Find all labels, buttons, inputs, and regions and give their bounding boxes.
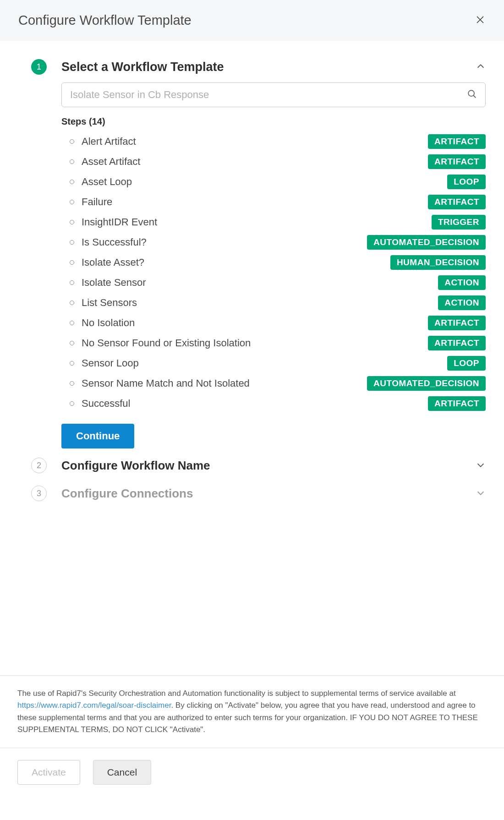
step-type-badge: LOOP	[447, 356, 486, 371]
step-item-name: Sensor Name Match and Not Isolated	[82, 377, 250, 389]
bullet-icon	[70, 280, 74, 285]
cancel-button[interactable]: Cancel	[93, 760, 151, 785]
chevron-up-icon	[476, 61, 486, 73]
step-item-left: InsightIDR Event	[70, 216, 157, 228]
dialog-title: Configure Workflow Template	[18, 13, 192, 28]
step-item-left: Alert Artifact	[70, 136, 136, 148]
step-item-name: Isolate Asset?	[82, 257, 144, 268]
step-item-name: No Sensor Found or Existing Isolation	[82, 337, 251, 349]
step-type-badge: LOOP	[447, 175, 486, 189]
step-type-badge: ARTIFACT	[428, 316, 486, 330]
step-item: Asset ArtifactARTIFACT	[61, 152, 486, 172]
bullet-icon	[70, 401, 74, 406]
step-item: List SensorsACTION	[61, 293, 486, 313]
step-item-name: Isolate Sensor	[82, 277, 146, 289]
step-item-name: Successful	[82, 398, 130, 410]
wizard-content: 1 Select a Workflow Template Steps (14) …	[0, 41, 504, 519]
bullet-icon	[70, 301, 74, 305]
continue-button[interactable]: Continue	[61, 424, 134, 448]
step-type-badge: TRIGGER	[432, 215, 486, 230]
step-item-name: List Sensors	[82, 297, 137, 309]
step-type-badge: AUTOMATED_DECISION	[367, 235, 486, 250]
step-type-badge: ARTIFACT	[428, 195, 486, 209]
disclaimer-text: The use of Rapid7's Security Orchestrati…	[17, 688, 487, 736]
step-item-name: Is Successful?	[82, 236, 147, 248]
step-item: Alert ArtifactARTIFACT	[61, 131, 486, 152]
step-type-badge: ARTIFACT	[428, 154, 486, 169]
disclaimer-section: The use of Rapid7's Security Orchestrati…	[0, 675, 504, 748]
step-type-badge: ARTIFACT	[428, 134, 486, 149]
step-item-left: Successful	[70, 398, 130, 410]
step-item: FailureARTIFACT	[61, 192, 486, 212]
step-item: SuccessfulARTIFACT	[61, 394, 486, 414]
svg-point-0	[468, 90, 474, 96]
step-item-name: Asset Artifact	[82, 156, 140, 168]
wizard-step-1: 1 Select a Workflow Template Steps (14) …	[27, 59, 486, 458]
steps-list: Alert ArtifactARTIFACTAsset ArtifactARTI…	[61, 131, 486, 414]
chevron-down-icon	[476, 460, 486, 472]
spacer	[0, 519, 504, 675]
step-indicator-col: 2	[27, 458, 50, 473]
step-title: Configure Connections	[61, 487, 193, 501]
svg-line-1	[473, 95, 476, 98]
step-type-badge: ARTIFACT	[428, 336, 486, 350]
step-item-name: Failure	[82, 196, 112, 208]
bullet-icon	[70, 159, 74, 164]
bullet-icon	[70, 321, 74, 325]
step-item: Sensor LoopLOOP	[61, 353, 486, 373]
bullet-icon	[70, 381, 74, 386]
step-item: No IsolationARTIFACT	[61, 313, 486, 333]
step-header[interactable]: Configure Connections	[61, 486, 486, 501]
step-type-badge: ARTIFACT	[428, 396, 486, 411]
step-number-2: 2	[31, 458, 47, 473]
step-item-left: List Sensors	[70, 297, 137, 309]
step-item-left: Sensor Loop	[70, 357, 139, 369]
step-item-left: Sensor Name Match and Not Isolated	[70, 377, 250, 389]
dialog-header: Configure Workflow Template	[0, 0, 504, 41]
step-item-left: Failure	[70, 196, 112, 208]
step-header[interactable]: Select a Workflow Template	[61, 59, 486, 74]
bullet-icon	[70, 139, 74, 144]
template-search-box[interactable]	[61, 82, 486, 107]
step-item-left: No Sensor Found or Existing Isolation	[70, 337, 251, 349]
step-title: Configure Workflow Name	[61, 459, 210, 473]
template-search-input[interactable]	[70, 89, 467, 101]
disclaimer-link[interactable]: https://www.rapid7.com/legal/soar-discla…	[17, 701, 171, 710]
step-item-name: No Isolation	[82, 317, 135, 329]
step-indicator-col: 1	[27, 59, 50, 75]
search-icon	[467, 89, 477, 101]
bullet-icon	[70, 260, 74, 265]
step-item: InsightIDR EventTRIGGER	[61, 212, 486, 232]
disclaimer-prefix: The use of Rapid7's Security Orchestrati…	[17, 689, 456, 698]
step-type-badge: ACTION	[438, 275, 486, 290]
step-item-left: Asset Loop	[70, 176, 132, 188]
step-item-name: Alert Artifact	[82, 136, 136, 148]
bullet-icon	[70, 180, 74, 184]
step-item: Isolate Asset?HUMAN_DECISION	[61, 252, 486, 273]
step-item-name: Sensor Loop	[82, 357, 139, 369]
activate-button[interactable]: Activate	[17, 760, 80, 785]
step-item: No Sensor Found or Existing IsolationART…	[61, 333, 486, 353]
step-item-left: Isolate Asset?	[70, 257, 144, 268]
close-icon[interactable]	[475, 14, 486, 27]
chevron-down-icon	[476, 488, 486, 500]
step-item-name: InsightIDR Event	[82, 216, 157, 228]
steps-count-label: Steps (14)	[61, 116, 486, 127]
wizard-step-2: 2 Configure Workflow Name	[27, 458, 486, 486]
step-type-badge: AUTOMATED_DECISION	[367, 376, 486, 391]
step-item: Asset LoopLOOP	[61, 172, 486, 192]
bullet-icon	[70, 200, 74, 204]
action-bar: Activate Cancel	[0, 748, 504, 803]
step-item: Sensor Name Match and Not IsolatedAUTOMA…	[61, 373, 486, 394]
bullet-icon	[70, 361, 74, 366]
step-item-left: Is Successful?	[70, 236, 147, 248]
wizard-step-3: 3 Configure Connections	[27, 486, 486, 501]
bullet-icon	[70, 220, 74, 224]
bullet-icon	[70, 240, 74, 245]
step-number-3: 3	[31, 486, 47, 501]
step-header[interactable]: Configure Workflow Name	[61, 458, 486, 473]
step-item-left: Asset Artifact	[70, 156, 140, 168]
step-item: Is Successful?AUTOMATED_DECISION	[61, 232, 486, 252]
bullet-icon	[70, 341, 74, 345]
step-item-left: No Isolation	[70, 317, 135, 329]
